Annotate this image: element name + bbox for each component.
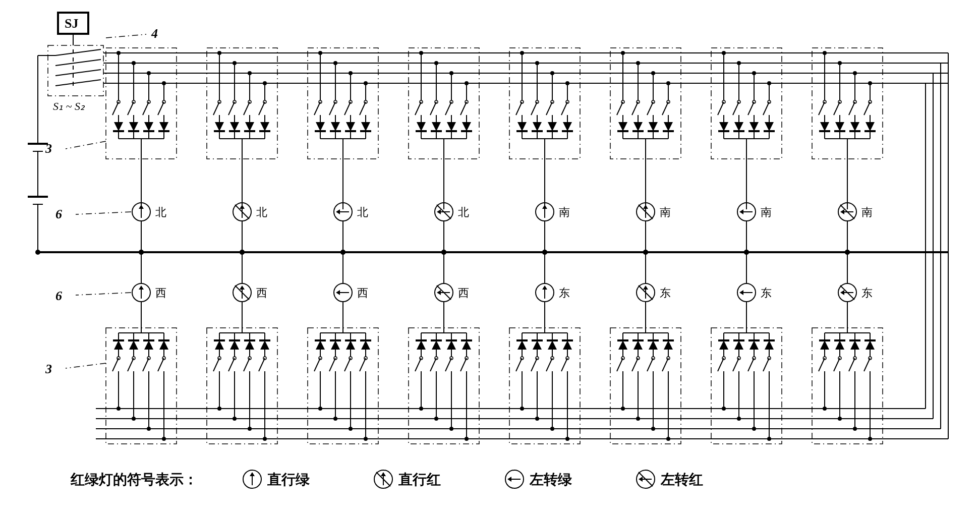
legend-title: 红绿灯的符号表示： — [70, 472, 198, 487]
svg-text:西: 西 — [155, 287, 166, 299]
svg-point-275 — [823, 407, 827, 411]
svg-point-179 — [132, 417, 136, 421]
lamp-icon — [132, 283, 150, 302]
svg-text:3: 3 — [45, 141, 52, 156]
svg-line-6 — [55, 80, 101, 86]
svg-text:6: 6 — [55, 289, 62, 303]
lamp-icon — [233, 283, 251, 302]
svg-text:6: 6 — [55, 207, 62, 221]
lamp-icon — [536, 203, 554, 221]
svg-point-277 — [838, 417, 842, 421]
lamp-icon — [737, 283, 756, 302]
svg-text:北: 北 — [155, 206, 166, 218]
ref-6-top: 6 — [55, 207, 131, 221]
svg-text:北: 北 — [458, 206, 469, 218]
svg-text:北: 北 — [357, 206, 368, 218]
svg-point-181 — [147, 427, 151, 431]
svg-text:西: 西 — [357, 287, 368, 299]
ref-6-bottom: 6 — [55, 289, 131, 303]
svg-line-4 — [55, 60, 101, 66]
svg-text:左转绿: 左转绿 — [529, 472, 572, 487]
svg-point-237 — [550, 427, 554, 431]
svg-point-207 — [333, 417, 337, 421]
svg-text:南: 南 — [559, 206, 570, 218]
svg-point-225 — [465, 437, 469, 441]
top-modules: 北 北 北 北 — [106, 48, 883, 255]
legend-icon-left-green — [505, 470, 524, 488]
battery — [28, 55, 948, 255]
switch-bank: S₁ ~ S₂ — [48, 45, 103, 112]
svg-text:直行绿: 直行绿 — [267, 472, 310, 487]
svg-point-209 — [349, 427, 353, 431]
svg-point-183 — [162, 437, 166, 441]
switch-range-label: S₁ ~ S₂ — [53, 100, 85, 112]
ref-3-top: 3 — [45, 141, 106, 156]
svg-point-239 — [565, 437, 569, 441]
lamp-icon — [637, 203, 655, 221]
svg-point-223 — [449, 427, 453, 431]
sj-block: SJ — [58, 13, 88, 45]
svg-point-205 — [318, 407, 322, 411]
svg-point-247 — [621, 407, 625, 411]
svg-text:左转红: 左转红 — [660, 472, 703, 487]
svg-text:北: 北 — [256, 206, 267, 218]
svg-point-261 — [722, 407, 726, 411]
lamp-icon — [637, 283, 655, 302]
svg-text:东: 东 — [761, 287, 772, 299]
lamp-icon — [334, 283, 352, 302]
svg-point-211 — [364, 437, 368, 441]
lamp-icon — [132, 203, 150, 221]
svg-point-263 — [737, 417, 741, 421]
svg-point-281 — [868, 437, 872, 441]
svg-point-279 — [853, 427, 857, 431]
svg-text:4: 4 — [151, 26, 158, 41]
svg-text:东: 东 — [559, 287, 570, 299]
svg-text:东: 东 — [660, 287, 671, 299]
svg-text:西: 西 — [458, 287, 469, 299]
svg-point-249 — [636, 417, 640, 421]
legend-icon-left-red — [637, 470, 655, 488]
svg-text:南: 南 — [761, 206, 772, 218]
lamp-icon — [233, 203, 251, 221]
svg-text:东: 东 — [861, 287, 873, 299]
lamp-icon — [536, 283, 554, 302]
ref-3-bottom: 3 — [45, 362, 106, 376]
sj-label: SJ — [65, 16, 78, 31]
svg-line-5 — [55, 70, 101, 76]
svg-line-3 — [55, 49, 101, 55]
svg-text:南: 南 — [861, 206, 873, 218]
svg-point-253 — [666, 437, 670, 441]
legend-icon-straight-green — [243, 470, 261, 488]
circuit-diagram: SJ S₁ ~ S₂ 4 — [10, 10, 968, 504]
svg-text:南: 南 — [660, 206, 671, 218]
svg-point-219 — [419, 407, 423, 411]
svg-point-193 — [233, 417, 237, 421]
svg-point-221 — [434, 417, 438, 421]
legend: 红绿灯的符号表示： 直行绿 直行红 左转绿 左转红 — [70, 470, 703, 488]
svg-text:3: 3 — [45, 362, 52, 376]
bottom-bus — [96, 409, 948, 439]
lamp-icon — [435, 283, 453, 302]
svg-point-235 — [535, 417, 539, 421]
ref-4: 4 — [106, 26, 158, 41]
legend-icon-straight-red — [374, 470, 392, 488]
svg-point-233 — [520, 407, 524, 411]
svg-point-177 — [117, 407, 121, 411]
svg-point-191 — [217, 407, 221, 411]
svg-text:直行红: 直行红 — [398, 472, 441, 487]
svg-point-197 — [263, 437, 267, 441]
svg-point-251 — [651, 427, 655, 431]
lamp-icon — [838, 283, 856, 302]
svg-point-195 — [248, 427, 252, 431]
bottom-modules: 西 西 西 西 — [106, 250, 883, 444]
svg-text:西: 西 — [256, 287, 267, 299]
svg-point-267 — [767, 437, 771, 441]
svg-point-265 — [752, 427, 756, 431]
